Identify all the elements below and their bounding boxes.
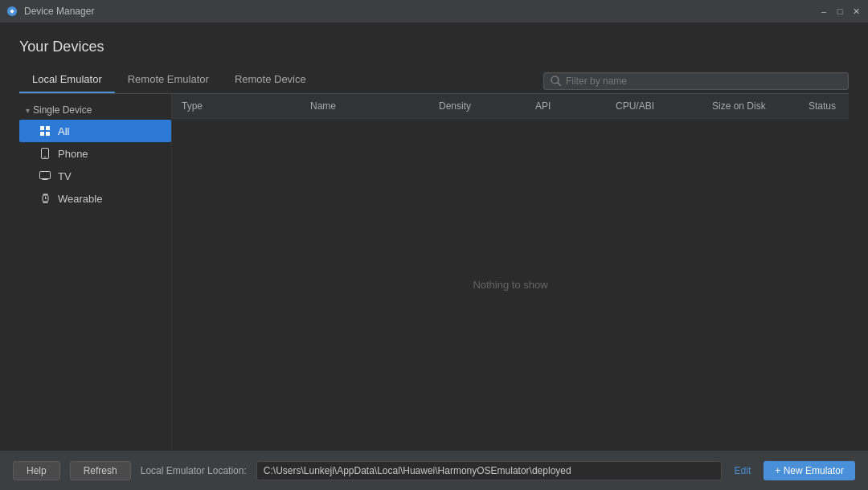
empty-message: Nothing to show — [473, 279, 547, 291]
phone-icon — [39, 147, 51, 160]
sidebar-item-phone[interactable]: Phone — [19, 142, 171, 165]
new-emulator-button[interactable]: + New Emulator — [764, 461, 855, 480]
svg-rect-3 — [40, 126, 44, 130]
search-box — [543, 72, 849, 90]
titlebar: Device Manager – □ ✕ — [0, 0, 868, 22]
svg-rect-9 — [40, 172, 51, 179]
window-title: Device Manager — [24, 6, 812, 17]
sidebar-item-all-label: All — [58, 125, 69, 137]
tab-remote-emulator[interactable]: Remote Emulator — [115, 68, 222, 93]
content-area: Type Name Density API CPU/ABI Size on Di… — [172, 94, 849, 450]
footer: Help Refresh Local Emulator Location: Ed… — [0, 450, 868, 490]
sidebar-group-label: Single Device — [33, 104, 92, 116]
tabs-row: Local Emulator Remote Emulator Remote De… — [19, 68, 849, 94]
sidebar-item-tv-label: TV — [58, 170, 72, 182]
app-icon — [6, 6, 18, 17]
col-type: Type — [172, 99, 301, 113]
col-size: Size on Disk — [702, 99, 799, 113]
window-controls: – □ ✕ — [818, 6, 862, 17]
col-cpu: CPU/ABI — [606, 99, 702, 113]
search-input[interactable] — [566, 76, 841, 87]
refresh-button[interactable]: Refresh — [70, 461, 131, 480]
grid-icon — [39, 125, 51, 137]
col-density: Density — [429, 99, 526, 113]
tab-remote-device[interactable]: Remote Device — [222, 68, 319, 93]
page-title: Your Devices — [19, 39, 849, 55]
chevron-down-icon: ▾ — [26, 106, 30, 115]
col-status: Status — [799, 99, 849, 113]
main-content: Your Devices Local Emulator Remote Emula… — [0, 22, 868, 450]
sidebar-item-wearable-label: Wearable — [58, 193, 102, 205]
maximize-button[interactable]: □ — [834, 6, 845, 17]
location-label: Local Emulator Location: — [141, 465, 247, 476]
tab-local-emulator[interactable]: Local Emulator — [19, 68, 115, 93]
body-layout: ▾ Single Device All — [19, 94, 849, 450]
minimize-button[interactable]: – — [818, 6, 829, 17]
search-icon — [551, 76, 561, 86]
sidebar-item-phone-label: Phone — [58, 148, 88, 160]
col-api: API — [526, 99, 606, 113]
sidebar-item-tv[interactable]: TV — [19, 165, 171, 187]
sidebar-item-wearable[interactable]: Wearable — [19, 187, 171, 210]
tab-bar: Local Emulator Remote Emulator Remote De… — [19, 68, 319, 93]
svg-rect-6 — [46, 132, 50, 136]
sidebar-group-single-device[interactable]: ▾ Single Device — [19, 100, 171, 120]
close-button[interactable]: ✕ — [850, 6, 862, 17]
svg-rect-5 — [40, 132, 44, 136]
watch-icon — [39, 192, 51, 205]
tv-icon — [39, 169, 51, 182]
location-input[interactable] — [256, 461, 722, 480]
svg-rect-8 — [44, 157, 47, 157]
table-header: Type Name Density API CPU/ABI Size on Di… — [172, 94, 849, 119]
sidebar-item-all[interactable]: All — [19, 120, 171, 142]
sidebar: ▾ Single Device All — [19, 94, 172, 450]
edit-button[interactable]: Edit — [731, 465, 755, 476]
table-body: Nothing to show — [172, 119, 849, 450]
svg-line-2 — [558, 83, 561, 86]
col-name: Name — [301, 99, 429, 113]
svg-rect-4 — [46, 126, 50, 130]
help-button[interactable]: Help — [13, 461, 60, 480]
